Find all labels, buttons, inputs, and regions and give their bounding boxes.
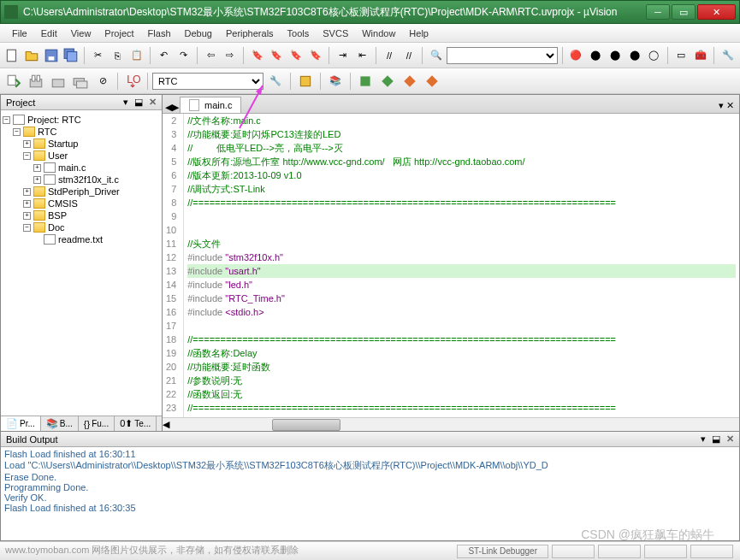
tree-group-startup[interactable]: +Startup [3,138,160,150]
build-output-text[interactable]: Flash Load finished at 16:30:11Load "C:\… [1,447,739,540]
project-tab-3[interactable]: 0⬆ Te... [115,416,157,431]
paste-icon[interactable]: 📋 [128,45,146,66]
editor-body[interactable]: 2345678910111213141516171819202122232425… [163,114,739,417]
project-tab-2[interactable]: {} Fu... [79,416,115,431]
code-line-8[interactable]: //======================================… [187,196,736,209]
translate-icon[interactable] [3,71,24,91]
nav-back-icon[interactable]: ⇦ [202,45,220,66]
editor-code[interactable]: //文件名称:main.c//功能概要:延时闪烁PC13连接的LED// 低电平… [184,114,739,417]
tree-file-main-c[interactable]: +main.c [3,162,160,174]
download-icon[interactable]: LOAD [122,71,143,91]
panel-pin-icon[interactable]: ⬓ [712,433,720,444]
menu-debug[interactable]: Debug [178,27,219,40]
menu-svcs[interactable]: SVCS [316,27,355,40]
code-line-21[interactable]: //参数说明:无 [187,374,736,387]
tree-project-root[interactable]: −Project: RTC [3,114,160,126]
copy-icon[interactable]: ⎘ [109,45,127,66]
tree-group-stdperiph_driver[interactable]: +StdPeriph_Driver [3,186,160,197]
breakpoint-disable-icon[interactable]: ◯ [645,45,663,66]
panel-dropdown-icon[interactable]: ▾ [123,97,128,107]
code-line-12[interactable]: #include "stm32f10x.h" [187,251,736,264]
code-line-9[interactable] [187,209,736,223]
breakpoint-icon[interactable]: ⬤ [587,45,605,66]
code-line-16[interactable]: #include <stdio.h> [187,305,736,319]
open-file-icon[interactable] [23,45,41,66]
code-line-5[interactable]: //版权所有:源地工作室 http://www.vcc-gnd.com/ 网店 … [187,155,736,168]
debug-start-icon[interactable]: 🔴 [567,45,585,66]
git-icon[interactable] [400,71,420,91]
breakpoint-insert-icon[interactable]: ⬤ [606,45,624,66]
code-line-22[interactable]: //函数返回:无 [187,387,736,401]
code-line-20[interactable]: //功能概要:延时函数 [187,360,736,374]
tab-nav-icon[interactable]: ◀▶ [165,102,179,113]
editor-tab-main[interactable]: main.c [180,97,241,113]
panel-close-icon[interactable]: ✕ [726,433,734,444]
target-select[interactable]: RTC [152,73,263,90]
code-line-13[interactable]: #include "usart.h" [187,264,736,278]
bookmark-next-icon[interactable]: 🔖 [287,45,305,66]
tree-file-readme-txt[interactable]: readme.txt [3,233,160,245]
bookmark-clear-icon[interactable]: 🔖 [307,45,325,66]
project-tab-1[interactable]: 📚 B... [41,416,79,431]
save-icon[interactable] [43,45,61,66]
code-line-18[interactable]: //======================================… [187,333,736,346]
tree-file-stm32f10x_it-c[interactable]: +stm32f10x_it.c [3,174,160,186]
menu-help[interactable]: Help [402,27,435,40]
comment-icon[interactable]: // [381,45,399,66]
find-combo[interactable] [447,47,558,64]
select-packs-icon[interactable] [377,71,398,91]
menu-edit[interactable]: Edit [34,27,64,40]
menu-peripherals[interactable]: Peripherals [219,27,281,40]
code-line-11[interactable]: //头文件 [187,237,736,251]
project-tab-0[interactable]: 📄 Pr... [1,416,41,431]
manage-rte-icon[interactable] [295,71,316,91]
indent-icon[interactable]: ⇥ [334,45,352,66]
menu-flash[interactable]: Flash [141,27,178,40]
panel-dropdown-icon[interactable]: ▾ [701,433,706,444]
cut-icon[interactable]: ✂ [89,45,107,66]
code-line-2[interactable]: //文件名称:main.c [187,114,736,127]
editor-h-scrollbar[interactable]: ◀ [163,417,739,431]
undo-icon[interactable]: ↶ [155,45,173,66]
code-line-7[interactable]: //调试方式:ST-Link [187,182,736,196]
tree-target[interactable]: −RTC [3,126,160,138]
tree-group-bsp[interactable]: +BSP [3,209,160,221]
configure-icon[interactable]: 🔧 [719,45,737,66]
panel-close-icon[interactable]: ✕ [149,97,157,107]
maximize-button[interactable]: ▭ [672,4,696,20]
code-line-6[interactable]: //版本更新:2013-10-09 v1.0 [187,168,736,182]
find-icon[interactable]: 🔍 [427,45,445,66]
menu-view[interactable]: View [64,27,98,40]
tree-group-doc[interactable]: −Doc [3,221,160,233]
panel-pin-icon[interactable]: ⬓ [134,97,143,107]
close-button[interactable]: ✕ [697,4,736,20]
save-all-icon[interactable] [62,45,80,66]
target-options-icon[interactable]: 🔧 [265,71,286,91]
tree-group-user[interactable]: −User [3,150,160,162]
menu-window[interactable]: Window [355,27,402,40]
code-line-17[interactable] [187,319,736,333]
code-line-4[interactable]: // 低电平LED-->亮，高电平-->灭 [187,141,736,155]
code-line-3[interactable]: //功能概要:延时闪烁PC13连接的LED [187,127,736,141]
code-line-23[interactable]: //======================================… [187,401,736,415]
batch-build-icon[interactable] [70,71,91,91]
menu-tools[interactable]: Tools [281,27,317,40]
build-icon[interactable] [26,71,46,91]
code-line-10[interactable] [187,223,736,237]
pack-installer-icon[interactable] [355,71,376,91]
menu-file[interactable]: File [5,27,34,40]
redo-icon[interactable]: ↷ [175,45,192,66]
minimize-button[interactable]: ─ [646,4,670,20]
books-icon[interactable]: 📚 [325,71,346,91]
code-line-24[interactable]: void Delay (uint32_t nCount) [187,415,736,417]
bookmark-icon[interactable]: 🔖 [248,45,266,66]
code-line-15[interactable]: #include "RTC_Time.h" [187,292,736,305]
code-line-19[interactable]: //函数名称:Delay [187,346,736,360]
project-tree[interactable]: −Project: RTC−RTC+Startup−User+main.c+st… [1,110,162,416]
nav-fwd-icon[interactable]: ⇨ [222,45,240,66]
breakpoint-kill-icon[interactable]: ⬤ [625,45,643,66]
new-file-icon[interactable] [3,45,21,66]
outdent-icon[interactable]: ⇤ [353,45,371,66]
bookmark-prev-icon[interactable]: 🔖 [268,45,286,66]
window-icon[interactable]: ▭ [672,45,690,66]
